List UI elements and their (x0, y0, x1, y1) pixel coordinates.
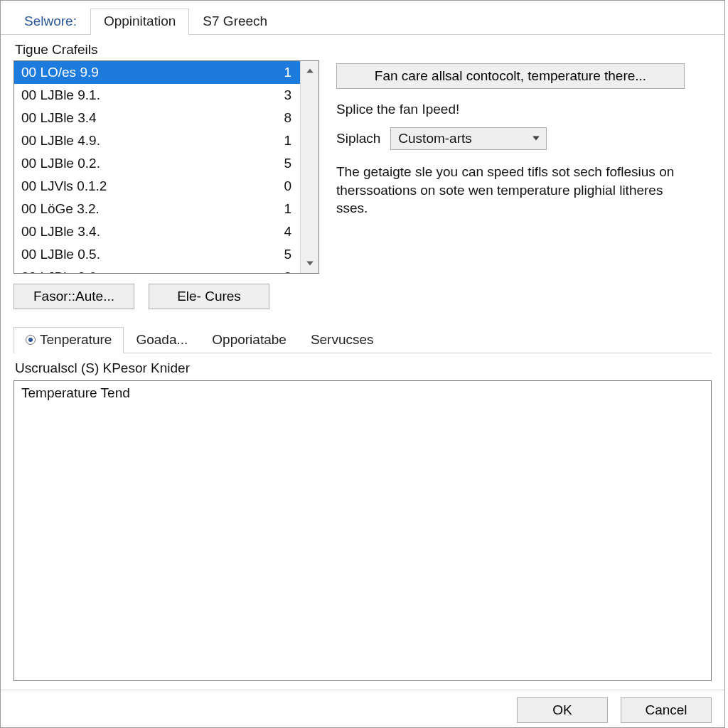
list-item-value: 5 (266, 245, 291, 264)
tab-oppinitation[interactable]: Oppinitation (90, 9, 189, 35)
subtab-servucses[interactable]: Servucses (299, 327, 386, 353)
list-item[interactable]: 00 LJBle 3.48 (14, 107, 300, 129)
siplach-select-value: Custom-arts (398, 131, 471, 146)
list-item[interactable]: 00 LJBle 9.1.3 (14, 84, 300, 107)
list-section-label: Tigue Crafeils (15, 42, 712, 58)
fasor-aute-button[interactable]: Fasor::Aute... (14, 284, 134, 309)
list-item-name: 00 LöGe 3.2. (21, 199, 100, 219)
list-item-name: 00 LJBle 0.2. (21, 154, 100, 173)
list-item-value: 5 (266, 154, 291, 173)
list-item[interactable]: 00 LJBle 4.9.1 (14, 129, 300, 152)
fan-speed-heading: Splice the fan Ipeed! (336, 102, 712, 117)
upper-row: 00 LO/es 9.9100 LJBle 9.1.300 LJBle 3.48… (14, 60, 712, 309)
list-item-name: 00 LJBle 3.4. (21, 222, 100, 242)
listbox-scrollbar[interactable] (300, 61, 318, 273)
top-tabstrip: Selwore: Oppinitation S7 Greech (1, 1, 724, 35)
listbox-items: 00 LO/es 9.9100 LJBle 9.1.300 LJBle 3.48… (14, 61, 300, 273)
list-wrap: 00 LO/es 9.9100 LJBle 9.1.300 LJBle 3.48… (14, 60, 319, 309)
list-item[interactable]: 00 LJBle 0.5.5 (14, 243, 300, 266)
list-item[interactable]: 00 LJBle 3.4.4 (14, 220, 300, 243)
list-item-value: 1 (266, 199, 291, 219)
fan-control-header-button[interactable]: Fan care allsal contocolt, temperature t… (336, 63, 685, 89)
ok-button[interactable]: OK (517, 697, 608, 723)
subtab-temperature-label: Tenperature (40, 332, 112, 348)
crafeils-listbox[interactable]: 00 LO/es 9.9100 LJBle 9.1.300 LJBle 3.48… (14, 60, 319, 274)
list-item-value: 4 (266, 222, 291, 242)
list-item[interactable]: 00 LO/es 9.91 (14, 61, 300, 84)
temperature-chart[interactable]: Temperature Tend (14, 380, 712, 681)
chevron-down-icon (532, 134, 540, 144)
subtab-temperature[interactable]: Tenperature (14, 327, 124, 353)
list-item[interactable]: 00 LJBle 0.2.5 (14, 152, 300, 175)
siplach-label: Siplach (336, 131, 380, 146)
cancel-button[interactable]: Cancel (621, 697, 712, 723)
list-item-value: 1 (266, 63, 291, 82)
subtab-goada[interactable]: Goada... (124, 327, 200, 353)
list-item-name: 00 LO/es 9.9 (21, 63, 99, 82)
dialog-window: Selwore: Oppinitation S7 Greech Tigue Cr… (0, 0, 725, 728)
list-item-name: 00 LJBle 9.1. (21, 85, 100, 105)
dialog-footer: OK Cancel (1, 690, 724, 727)
list-item-name: 00 LJBle 4.9. (21, 131, 100, 151)
list-item[interactable]: 00 LJVls 0.1.20 (14, 175, 300, 198)
list-item-value: 2 (266, 267, 291, 273)
radio-dot-icon (26, 335, 36, 345)
list-item-name: 00 LJBle 3.4 (21, 108, 97, 128)
list-item-name: 00 LJBle 0.5. (21, 245, 100, 264)
list-buttons: Fasor::Aute... Ele- Cures (14, 284, 319, 309)
list-item-value: 1 (266, 131, 291, 151)
sub-content: Uscrualscl (S) KPesor Knider Temperature… (14, 353, 712, 690)
siplach-formline: Siplach Custom-arts (336, 127, 712, 150)
sub-tabstrip: Tenperature Goada... Opporiatabe Servucs… (14, 326, 712, 353)
tab-s7-greech[interactable]: S7 Greech (189, 9, 281, 35)
siplach-select[interactable]: Custom-arts (390, 127, 547, 150)
list-item-value: 3 (266, 85, 291, 105)
list-item-name: 00 LJBle 0.6. (21, 267, 100, 273)
list-item-name: 00 LJVls 0.1.2 (21, 176, 107, 196)
scroll-up-arrow-icon[interactable] (301, 61, 318, 81)
sub-section-label: Uscrualscl (S) KPesor Knider (15, 360, 712, 376)
subtab-opporiatabe[interactable]: Opporiatabe (200, 327, 299, 353)
scroll-down-arrow-icon[interactable] (301, 253, 318, 273)
list-item[interactable]: 00 LöGe 3.2.1 (14, 198, 300, 220)
right-column: Fan care allsal contocolt, temperature t… (336, 60, 712, 218)
chart-title: Temperature Tend (21, 385, 130, 400)
list-item-value: 0 (266, 176, 291, 196)
ele-cures-button[interactable]: Ele- Cures (149, 284, 269, 309)
list-item-value: 8 (266, 108, 291, 128)
description-text: The getaigte sle you can speed tifls sot… (336, 163, 678, 218)
list-item[interactable]: 00 LJBle 0.6.2 (14, 266, 300, 273)
tab-content: Tigue Crafeils 00 LO/es 9.9100 LJBle 9.1… (1, 35, 724, 690)
tab-selwore[interactable]: Selwore: (11, 9, 90, 35)
